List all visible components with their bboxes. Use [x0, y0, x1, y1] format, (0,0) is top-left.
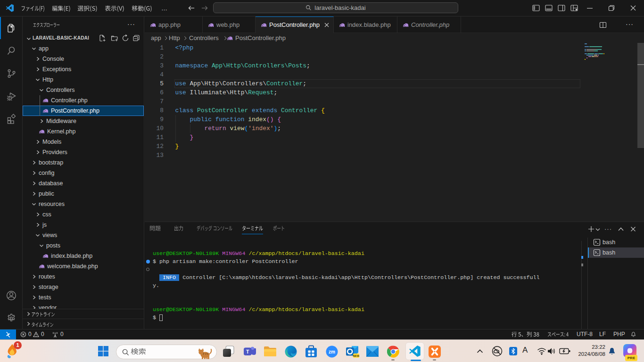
- svg-text:zm: zm: [329, 349, 335, 354]
- svg-text:NEW: NEW: [353, 354, 360, 357]
- svg-text:T: T: [246, 349, 249, 354]
